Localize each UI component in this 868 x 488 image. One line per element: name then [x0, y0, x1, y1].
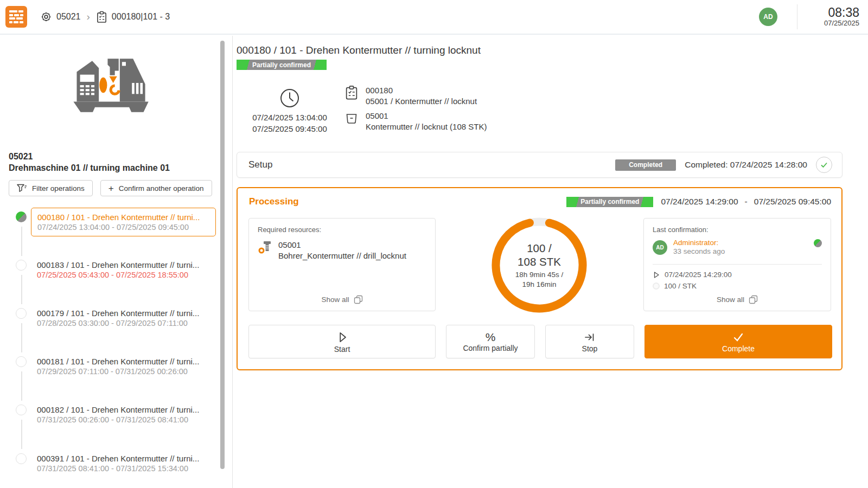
confirmations-show-all-button[interactable]: Show all — [644, 295, 831, 304]
app-logo[interactable] — [5, 6, 27, 28]
breadcrumb-machine-label: 05021 — [56, 12, 81, 22]
processing-status-badge: Partially confirmed — [566, 197, 653, 207]
timeline-connector — [21, 275, 22, 304]
operation-page-title: 000180 / 101 - Drehen Kontermutter // tu… — [237, 44, 481, 56]
operation-item-000183[interactable]: 000183 / 101 - Drehen Kontermutter // tu… — [31, 256, 216, 285]
confirm-partially-button[interactable]: % Confirm partially — [446, 325, 535, 358]
material-container-icon — [344, 111, 359, 125]
operation-title: 000179 / 101 - Drehen Kontermutter // tu… — [37, 308, 210, 318]
required-resources-label: Required resources: — [258, 226, 426, 234]
stop-button[interactable]: Stop — [545, 325, 634, 358]
operations-list: 000180 / 101 - Drehen Kontermutter // tu… — [0, 198, 220, 488]
user-avatar[interactable]: AD — [759, 8, 777, 26]
status-badge: Partially confirmed — [237, 60, 327, 70]
drill-tool-icon — [258, 240, 273, 255]
timeline-connector — [21, 227, 22, 256]
play-outline-icon — [653, 271, 660, 279]
processing-date-separator: - — [745, 197, 748, 207]
material-detail: Kontermutter // locknut (108 STK) — [366, 121, 487, 132]
check-icon — [819, 160, 829, 170]
percent-icon: % — [486, 331, 496, 343]
breadcrumb-machine[interactable]: 05021 — [40, 11, 81, 23]
quantity-radio-icon — [653, 282, 660, 290]
sidebar-scrollbar[interactable] — [220, 41, 225, 469]
check-icon — [731, 331, 745, 344]
resource-id: 05001 — [278, 240, 406, 251]
operation-item-000182[interactable]: 000182 / 101 - Drehen Kontermutter // tu… — [31, 401, 216, 429]
start-label: Start — [334, 345, 350, 354]
operation-item-000391[interactable]: 000391 / 101 - Drehen Kontermutter // tu… — [31, 450, 216, 478]
machine-title: 05021 Drehmaschine 01 // turning machine… — [9, 151, 215, 174]
stop-label: Stop — [582, 344, 598, 353]
operation-status-open-icon — [16, 308, 27, 319]
complete-label: Complete — [722, 344, 755, 353]
machine-id: 05021 — [9, 151, 215, 162]
processing-start: 07/24/2025 14:29:00 — [661, 197, 738, 207]
top-bar: 05021 › 000180|101 - 3 AD — [0, 0, 868, 35]
sidebar-divider — [232, 36, 233, 488]
stack-windows-icon — [749, 295, 758, 304]
progress-time-line1: 18h 9min 45s / — [515, 270, 564, 280]
current-time: 08:38 — [809, 6, 859, 19]
complete-button[interactable]: Complete — [644, 325, 832, 358]
operation-title: 000182 / 101 - Drehen Kontermutter // tu… — [37, 404, 210, 415]
progress-time-line2: 19h 16min — [522, 280, 556, 290]
resource-name: Bohrer_Kontermutter // drill_locknut — [278, 251, 406, 261]
required-resources-panel: Required resources: 05001 Bohrer_Konterm… — [248, 218, 436, 311]
order-detail: 05001 / Kontermutter // locknut — [366, 96, 477, 107]
last-confirmation-label: Last confirmation: — [653, 226, 822, 234]
operation-item-000181[interactable]: 000181 / 101 - Drehen Kontermutter // tu… — [31, 352, 216, 381]
material-id: 05001 — [366, 111, 487, 121]
progress-qty-line2: 108 STK — [518, 255, 561, 268]
confirmation-status-partial-icon — [814, 239, 822, 247]
timeline-connector — [21, 323, 22, 352]
machine-image — [61, 54, 158, 115]
start-button[interactable]: Start — [248, 325, 436, 358]
datetime-display: 08:38 07/25/2025 — [809, 6, 859, 28]
order-id: 000180 — [366, 85, 477, 96]
breadcrumb-operation-label: 000180|101 - 3 — [112, 12, 170, 22]
bricks-logo-icon — [9, 10, 23, 23]
confirmation-started-at: 07/24/2025 14:29:00 — [665, 271, 732, 279]
clock-icon — [249, 88, 330, 108]
setup-section[interactable]: Setup Completed Completed: 07/24/2025 14… — [237, 152, 843, 178]
setup-title: Setup — [248, 159, 272, 170]
operation-status-open-icon — [16, 404, 27, 415]
confirm-another-operation-button[interactable]: + Confirm another operation — [100, 180, 212, 196]
operation-dates: 07/31/2025 00:26:00 - 07/31/2025 08:41:0… — [37, 415, 210, 425]
operation-item-000180[interactable]: 000180 / 101 - Drehen Kontermutter // tu… — [31, 208, 216, 236]
topbar-divider — [797, 4, 797, 29]
play-icon — [335, 330, 349, 344]
order-clipboard-icon — [344, 85, 359, 100]
operation-item-000179[interactable]: 000179 / 101 - Drehen Kontermutter // tu… — [31, 304, 216, 333]
progress-qty-line1: 100 / — [527, 241, 552, 255]
operation-dates: 07/31/2025 08:41:00 - 07/31/2025 15:34:0… — [37, 464, 210, 474]
confirmation-quantity: 100 / STK — [664, 282, 697, 290]
operation-dates: 07/29/2025 07:11:00 - 07/31/2025 00:26:0… — [37, 367, 210, 377]
chevron-right-icon: › — [87, 11, 90, 22]
breadcrumb-operation[interactable]: 000180|101 - 3 — [96, 11, 170, 23]
resources-show-all-button[interactable]: Show all — [249, 295, 435, 304]
operation-dates-late: 07/25/2025 05:43:00 - 07/25/2025 18:55:0… — [37, 270, 210, 280]
order-info-row: 000180 05001 / Kontermutter // locknut — [344, 85, 477, 107]
operation-title: 000183 / 101 - Drehen Kontermutter // tu… — [37, 260, 210, 270]
stack-windows-icon — [354, 295, 363, 304]
filter-operations-button[interactable]: Filter operations — [9, 180, 93, 196]
filter-icon — [17, 184, 27, 192]
top-right-group: AD 08:38 07/25/2025 — [759, 4, 868, 29]
machine-name: Drehmaschine 01 // turning machine 01 — [9, 162, 215, 174]
resources-show-all-label: Show all — [321, 296, 349, 304]
progress-donut: 100 / 108 STK 18h 9min 45s / 19h 16min — [490, 216, 588, 314]
clipboard-icon — [96, 11, 107, 23]
schedule-end: 07/25/2025 09:45:00 — [249, 123, 330, 134]
current-date: 07/25/2025 — [809, 19, 859, 28]
schedule-block: 07/24/2025 13:04:00 07/25/2025 09:45:00 — [249, 88, 330, 134]
operation-dates: 07/28/2025 03:30:00 - 07/29/2025 07:11:0… — [37, 318, 210, 329]
setup-completed-text: Completed: 07/24/2025 14:28:00 — [685, 160, 807, 170]
setup-check-button[interactable] — [816, 157, 832, 173]
schedule-start: 07/24/2025 13:04:00 — [249, 112, 330, 123]
app-root: 05021 › 000180|101 - 3 AD — [0, 0, 868, 488]
operation-title: 000181 / 101 - Drehen Kontermutter // tu… — [37, 356, 210, 367]
operation-status-open-icon — [16, 260, 27, 271]
confirmations-show-all-label: Show all — [717, 296, 744, 304]
